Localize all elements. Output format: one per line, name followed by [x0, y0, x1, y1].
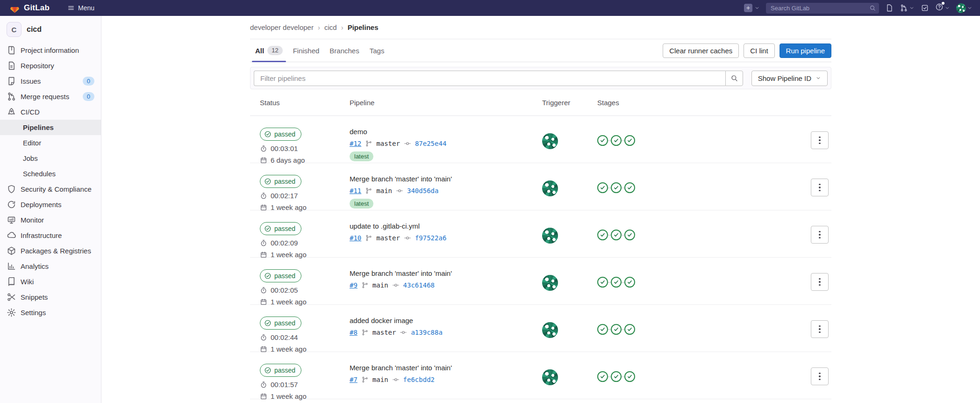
branch-link[interactable]: master: [376, 234, 400, 242]
triggerer-avatar[interactable]: [542, 228, 558, 244]
sidebar-item-pipelines[interactable]: Pipelines: [0, 120, 101, 135]
triggerer-avatar[interactable]: [542, 133, 558, 149]
tab-finished[interactable]: Finished: [288, 39, 325, 62]
branch-link[interactable]: master: [372, 329, 396, 336]
tab-tags[interactable]: Tags: [365, 39, 390, 62]
filter-search-button[interactable]: [725, 71, 743, 86]
global-search-input[interactable]: [766, 3, 879, 14]
triggerer-avatar[interactable]: [542, 180, 558, 196]
filter-pipelines-input[interactable]: [254, 71, 725, 86]
pipeline-id-link[interactable]: #8: [350, 329, 358, 336]
status-badge[interactable]: passed: [260, 128, 301, 141]
status-badge[interactable]: passed: [260, 364, 301, 377]
issues-nav-icon[interactable]: [885, 4, 894, 12]
commit-title[interactable]: Merge branch 'master' into 'main': [350, 269, 542, 277]
gitlab-home-link[interactable]: GitLab: [9, 3, 50, 14]
sidebar-item-schedules[interactable]: Schedules: [0, 166, 101, 181]
sidebar-item-security-compliance[interactable]: Security & Compliance: [0, 181, 101, 197]
stage-passed-icon[interactable]: [611, 277, 622, 288]
commit-title[interactable]: Merge branch 'master' into 'main': [350, 175, 542, 183]
stage-passed-icon[interactable]: [611, 324, 622, 335]
row-kebab-menu-button[interactable]: [811, 273, 829, 291]
stage-passed-icon[interactable]: [624, 277, 635, 288]
tab-branches[interactable]: Branches: [324, 39, 364, 62]
branch-link[interactable]: main: [376, 187, 392, 194]
commit-sha-link[interactable]: 43c61468: [403, 281, 435, 289]
row-kebab-menu-button[interactable]: [811, 226, 829, 244]
sidebar-item-settings[interactable]: Settings: [0, 305, 101, 320]
commit-sha-link[interactable]: fe6cbdd2: [403, 376, 435, 383]
stage-passed-icon[interactable]: [624, 230, 635, 240]
pipeline-id-link[interactable]: #12: [350, 140, 361, 147]
commit-sha-link[interactable]: 87e25e44: [415, 140, 446, 147]
commit-title[interactable]: added docker image: [350, 317, 542, 324]
stage-passed-icon[interactable]: [597, 135, 608, 146]
sidebar-item-monitor[interactable]: Monitor: [0, 212, 101, 228]
menu-button[interactable]: Menu: [67, 4, 94, 12]
triggerer-avatar[interactable]: [542, 275, 558, 291]
stage-passed-icon[interactable]: [611, 371, 622, 382]
triggerer-avatar[interactable]: [542, 322, 558, 338]
pipeline-id-link[interactable]: #9: [350, 281, 358, 289]
row-kebab-menu-button[interactable]: [811, 131, 829, 149]
commit-sha-link[interactable]: a139c88a: [411, 329, 442, 336]
commit-title[interactable]: demo: [350, 128, 542, 136]
commit-title[interactable]: update to .gitlab-ci.yml: [350, 222, 542, 230]
todos-nav-icon[interactable]: [921, 4, 929, 12]
project-header[interactable]: C cicd: [0, 16, 101, 43]
stage-passed-icon[interactable]: [611, 182, 622, 193]
branch-link[interactable]: main: [372, 281, 388, 289]
branch-link[interactable]: main: [372, 376, 388, 383]
tab-all[interactable]: All12: [250, 39, 288, 62]
new-menu-button[interactable]: [744, 4, 760, 12]
sidebar-item-wiki[interactable]: Wiki: [0, 274, 101, 289]
commit-sha-link[interactable]: f97522a6: [415, 234, 446, 242]
stage-passed-icon[interactable]: [597, 371, 608, 382]
sidebar-item-ci-cd[interactable]: CI/CD: [0, 104, 101, 120]
sidebar-item-editor[interactable]: Editor: [0, 135, 101, 151]
help-nav-button[interactable]: [935, 3, 950, 13]
sidebar-item-repository[interactable]: Repository: [0, 58, 101, 73]
sidebar-item-packages-registries[interactable]: Packages & Registries: [0, 243, 101, 259]
stage-passed-icon[interactable]: [597, 324, 608, 335]
sidebar-item-issues[interactable]: Issues0: [0, 73, 101, 89]
sidebar-item-snippets[interactable]: Snippets: [0, 289, 101, 305]
status-badge[interactable]: passed: [260, 269, 301, 282]
sidebar-item-project-information[interactable]: Project information: [0, 43, 101, 58]
stage-passed-icon[interactable]: [597, 277, 608, 288]
sidebar-item-analytics[interactable]: Analytics: [0, 259, 101, 274]
breadcrumb-item-developer-developer[interactable]: developer developer: [250, 23, 314, 31]
user-menu-button[interactable]: [956, 3, 973, 13]
sidebar-item-jobs[interactable]: Jobs: [0, 151, 101, 166]
stage-passed-icon[interactable]: [597, 230, 608, 240]
merge-requests-nav-button[interactable]: [900, 4, 915, 12]
breadcrumb-item-pipelines[interactable]: Pipelines: [348, 23, 379, 31]
branch-link[interactable]: master: [376, 140, 400, 147]
row-kebab-menu-button[interactable]: [811, 179, 829, 196]
breadcrumb-item-cicd[interactable]: cicd: [324, 23, 337, 31]
commit-sha-link[interactable]: 340d56da: [407, 187, 438, 194]
sidebar-item-deployments[interactable]: Deployments: [0, 197, 101, 212]
triggerer-avatar[interactable]: [542, 369, 558, 385]
pipeline-id-link[interactable]: #10: [350, 234, 361, 242]
status-badge[interactable]: passed: [260, 222, 301, 235]
pipeline-id-link[interactable]: #7: [350, 376, 358, 383]
ci-lint-button[interactable]: CI lint: [744, 43, 774, 58]
commit-title[interactable]: Merge branch 'master' into 'main': [350, 364, 542, 372]
show-pipeline-id-dropdown[interactable]: Show Pipeline ID: [751, 71, 828, 86]
stage-passed-icon[interactable]: [611, 135, 622, 146]
pipeline-id-link[interactable]: #11: [350, 187, 361, 194]
clear-runner-caches-button[interactable]: Clear runner caches: [663, 43, 739, 58]
stage-passed-icon[interactable]: [624, 135, 635, 146]
sidebar-item-infrastructure[interactable]: Infrastructure: [0, 228, 101, 243]
run-pipeline-button[interactable]: Run pipeline: [780, 43, 831, 58]
stage-passed-icon[interactable]: [624, 324, 635, 335]
row-kebab-menu-button[interactable]: [811, 367, 829, 385]
stage-passed-icon[interactable]: [611, 230, 622, 240]
status-badge[interactable]: passed: [260, 317, 301, 330]
sidebar-item-merge-requests[interactable]: Merge requests0: [0, 89, 101, 104]
stage-passed-icon[interactable]: [624, 371, 635, 382]
row-kebab-menu-button[interactable]: [811, 320, 829, 338]
status-badge[interactable]: passed: [260, 175, 301, 188]
stage-passed-icon[interactable]: [597, 182, 608, 193]
